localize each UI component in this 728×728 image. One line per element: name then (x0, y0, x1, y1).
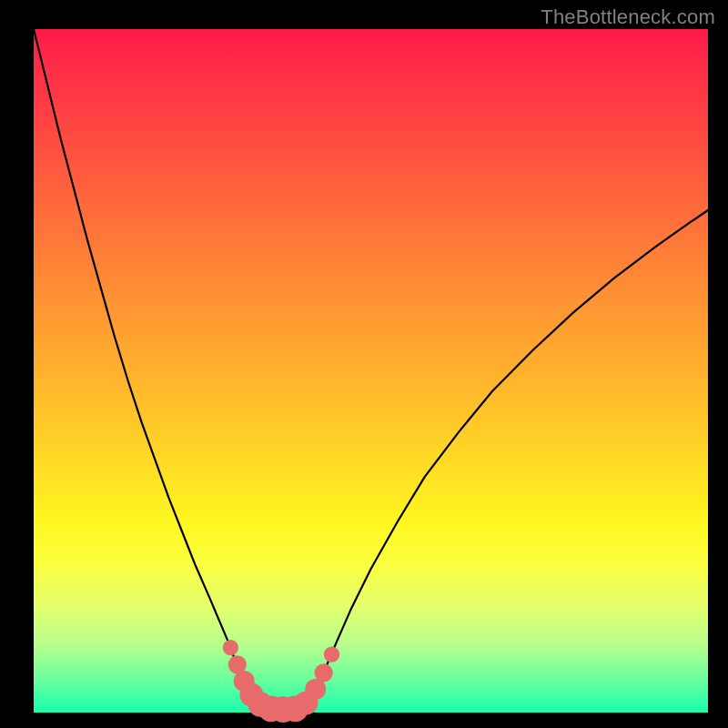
valley-marker (223, 640, 238, 655)
valley-marker (315, 663, 333, 682)
curve-right-curve (303, 210, 708, 709)
curve-left-curve (34, 29, 263, 709)
watermark-text: TheBottleneck.com (541, 5, 715, 29)
valley-marker (324, 647, 339, 662)
chart-frame: TheBottleneck.com (0, 0, 728, 728)
curve-layer (34, 29, 708, 713)
